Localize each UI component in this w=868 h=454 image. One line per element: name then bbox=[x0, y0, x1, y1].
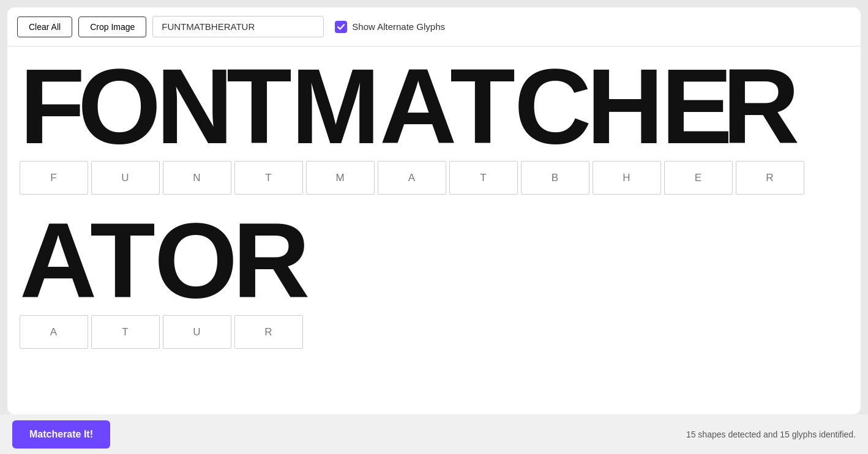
big-letter: M bbox=[291, 53, 380, 160]
glyph-tile[interactable]: B bbox=[521, 161, 589, 195]
glyph-tile[interactable]: A bbox=[378, 161, 446, 195]
big-letter: R bbox=[233, 207, 303, 314]
glyph-tile[interactable]: H bbox=[593, 161, 661, 195]
text-input[interactable] bbox=[152, 16, 324, 37]
content-area: F O N T M A T C H E R F U N T M A T B H … bbox=[7, 47, 861, 414]
glyph-tile[interactable]: T bbox=[449, 161, 518, 195]
glyph-tile[interactable]: T bbox=[234, 161, 303, 195]
big-letters-row-1: F O N T M A T C H E R bbox=[20, 53, 848, 160]
glyph-tile[interactable]: N bbox=[163, 161, 231, 195]
big-letter: F bbox=[20, 53, 78, 160]
glyph-tile[interactable]: R bbox=[234, 315, 303, 349]
glyph-tile[interactable]: R bbox=[736, 161, 804, 195]
glyph-tile[interactable]: E bbox=[664, 161, 733, 195]
big-letter: N bbox=[156, 53, 226, 160]
small-tiles-row-2: A T U R bbox=[20, 315, 848, 349]
glyph-tile[interactable]: F bbox=[20, 161, 88, 195]
matcherate-button[interactable]: Matcherate It! bbox=[12, 420, 110, 448]
glyph-tile[interactable]: U bbox=[91, 161, 160, 195]
checkbox-label: Show Alternate Glyphs bbox=[352, 21, 445, 32]
clear-all-button[interactable]: Clear All bbox=[17, 17, 72, 37]
glyph-tile[interactable]: T bbox=[91, 315, 160, 349]
big-letter: A bbox=[380, 53, 450, 160]
big-letter: E bbox=[661, 53, 722, 160]
small-tiles-row-1: F U N T M A T B H E R bbox=[20, 161, 848, 195]
crop-image-button[interactable]: Crop Image bbox=[78, 17, 146, 37]
big-letter: R bbox=[722, 53, 788, 160]
big-letter: A bbox=[20, 207, 90, 314]
toolbar: Clear All Crop Image Show Alternate Glyp… bbox=[7, 7, 861, 47]
status-text: 15 shapes detected and 15 glyphs identif… bbox=[686, 430, 856, 439]
main-card: Clear All Crop Image Show Alternate Glyp… bbox=[7, 7, 861, 414]
checkbox-checked-icon bbox=[335, 21, 347, 33]
big-letter: O bbox=[78, 53, 156, 160]
big-letters-row-2: A T O R bbox=[20, 207, 848, 314]
big-letter: C bbox=[514, 53, 586, 160]
glyph-tile[interactable]: U bbox=[163, 315, 231, 349]
big-letter: T bbox=[226, 53, 291, 160]
big-letter: O bbox=[154, 207, 233, 314]
glyph-tile[interactable]: M bbox=[306, 161, 375, 195]
show-alternate-glyphs-toggle[interactable]: Show Alternate Glyphs bbox=[335, 21, 445, 33]
glyph-tile[interactable]: A bbox=[20, 315, 88, 349]
big-letter: T bbox=[90, 207, 154, 314]
big-letter: H bbox=[586, 53, 661, 160]
big-letter: T bbox=[450, 53, 514, 160]
bottom-bar: Matcherate It! 15 shapes detected and 15… bbox=[0, 414, 868, 454]
